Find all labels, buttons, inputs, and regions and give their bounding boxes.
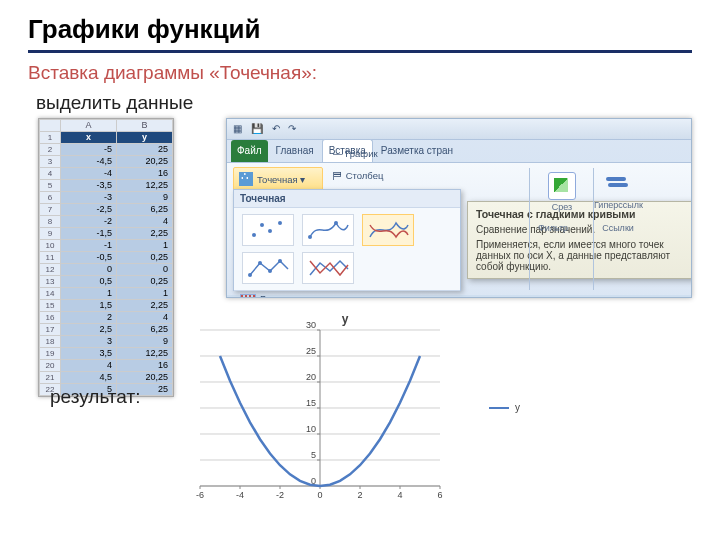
column-chart-button[interactable]: ⛿ Столбец: [327, 167, 389, 184]
svg-point-1: [260, 223, 264, 227]
chart-title: y: [170, 312, 520, 326]
all-charts-icon: [240, 294, 256, 298]
svg-point-0: [252, 233, 256, 237]
undo-icon[interactable]: ↶: [272, 123, 280, 134]
chart-legend: y: [489, 402, 520, 413]
result-chart: y 051015202530-6-4-20246 y: [170, 312, 520, 527]
svg-text:10: 10: [306, 424, 316, 434]
svg-point-6: [248, 273, 252, 277]
dropdown-title: Точечная: [234, 190, 460, 208]
ribbon-group-filter: Фильтр: [529, 223, 577, 290]
svg-point-2: [268, 229, 272, 233]
svg-text:5: 5: [311, 450, 316, 460]
svg-text:-2: -2: [276, 490, 284, 500]
scatter-button[interactable]: Точечная ▾: [233, 167, 323, 191]
title-underline: [28, 50, 692, 53]
filter-label: Фильтр: [529, 223, 577, 233]
page-title: Графики функций: [28, 14, 261, 45]
scatter-smooth-option[interactable]: [362, 214, 414, 246]
svg-point-7: [258, 261, 262, 265]
all-charts-label: Все типы диаграмм: [260, 295, 351, 299]
tab-home[interactable]: Главная: [270, 140, 320, 162]
scatter-icon: [239, 172, 253, 186]
links-label: Ссылки: [593, 223, 643, 233]
slicer-label: Срез: [530, 202, 594, 212]
save-icon[interactable]: 💾: [251, 123, 263, 134]
svg-point-4: [308, 235, 312, 239]
subtitle: Вставка диаграммы «Точечная»:: [28, 62, 317, 84]
svg-point-3: [278, 221, 282, 225]
svg-text:-4: -4: [236, 490, 244, 500]
ribbon-group-links: Ссылки: [593, 223, 643, 290]
scatter-smooth-markers-option[interactable]: [302, 214, 354, 246]
redo-icon[interactable]: ↷: [288, 123, 296, 134]
scatter-dropdown: Точечная Все типы диаграмм: [233, 189, 461, 291]
quick-access-toolbar: ▦ 💾 ↶ ↷: [227, 119, 691, 140]
excel-ribbon: ▦ 💾 ↶ ↷ Файл Главная Вставка Разметка ст…: [226, 118, 692, 298]
hyperlink-label: Гиперссылк: [594, 200, 642, 210]
svg-point-9: [278, 259, 282, 263]
svg-text:-6: -6: [196, 490, 204, 500]
all-chart-types[interactable]: Все типы диаграмм: [234, 290, 460, 298]
svg-text:25: 25: [306, 346, 316, 356]
svg-text:6: 6: [437, 490, 442, 500]
tab-layout[interactable]: Разметка стран: [375, 140, 459, 162]
svg-text:0: 0: [317, 490, 322, 500]
tab-file[interactable]: Файл: [231, 140, 268, 162]
scatter-lines-option[interactable]: [302, 252, 354, 284]
scatter-label: Точечная ▾: [257, 174, 305, 185]
result-label: результат:: [50, 386, 140, 408]
svg-point-5: [334, 221, 338, 225]
line-chart-button[interactable]: — График: [327, 145, 384, 162]
svg-text:30: 30: [306, 320, 316, 330]
svg-point-8: [268, 269, 272, 273]
slicer-icon: [548, 172, 576, 200]
spreadsheet: AB1xy2-5253-4,520,254-4165-3,512,256-397…: [38, 118, 174, 397]
scatter-lines-markers-option[interactable]: [242, 252, 294, 284]
svg-text:4: 4: [397, 490, 402, 500]
app-icon: ▦: [233, 123, 242, 134]
scatter-markers-option[interactable]: [242, 214, 294, 246]
svg-text:15: 15: [306, 398, 316, 408]
hyperlink-icon: [605, 172, 631, 198]
svg-text:2: 2: [357, 490, 362, 500]
ribbon-tabs: Файл Главная Вставка Разметка стран: [227, 140, 691, 163]
svg-text:20: 20: [306, 372, 316, 382]
step-select-data: выделить данные: [36, 92, 193, 114]
